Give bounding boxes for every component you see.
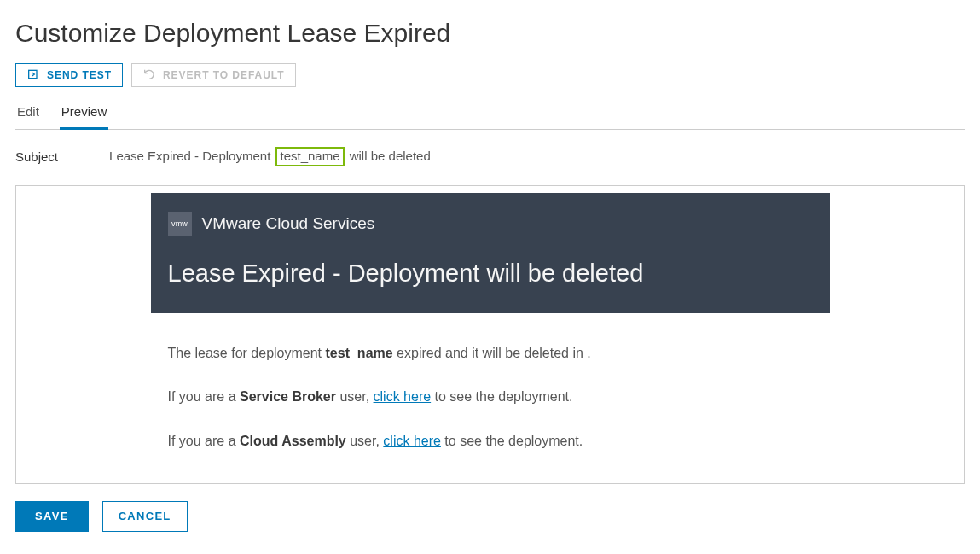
email-line3-pre: If you are a bbox=[168, 434, 241, 448]
email-line1: The lease for deployment test_name expir… bbox=[168, 342, 813, 364]
send-icon bbox=[26, 67, 40, 84]
subject-label: Subject bbox=[15, 149, 58, 164]
cancel-button[interactable]: CANCEL bbox=[102, 501, 188, 532]
email-line1-var: test_name bbox=[326, 346, 393, 360]
toolbar: SEND TEST REVERT TO DEFAULT bbox=[15, 63, 965, 87]
tab-preview[interactable]: Preview bbox=[60, 99, 108, 130]
revert-label: REVERT TO DEFAULT bbox=[163, 69, 285, 81]
service-broker-link[interactable]: click here bbox=[374, 389, 432, 404]
email-line3-post: to see the deployment. bbox=[441, 434, 583, 448]
subject-value: Lease Expired - Deployment test_name wil… bbox=[109, 147, 431, 166]
footer-buttons: SAVE CANCEL bbox=[15, 501, 965, 532]
svg-rect-0 bbox=[29, 70, 37, 78]
brand-name: VMware Cloud Services bbox=[202, 214, 375, 233]
email-line2-role: Service Broker bbox=[240, 389, 336, 404]
email-preview: vmw VMware Cloud Services Lease Expired … bbox=[151, 193, 830, 483]
email-line1-pre: The lease for deployment bbox=[168, 346, 326, 360]
brand-row: vmw VMware Cloud Services bbox=[168, 212, 813, 236]
subject-variable-highlight: test_name bbox=[275, 147, 344, 166]
preview-scroll[interactable]: vmw VMware Cloud Services Lease Expired … bbox=[16, 186, 964, 483]
tab-edit[interactable]: Edit bbox=[15, 99, 41, 130]
email-line2-post: to see the deployment. bbox=[431, 389, 572, 404]
email-header: vmw VMware Cloud Services Lease Expired … bbox=[151, 193, 830, 313]
subject-prefix: Lease Expired - Deployment bbox=[109, 149, 274, 163]
email-line3: If you are a Cloud Assembly user, click … bbox=[168, 430, 813, 452]
tabs: Edit Preview bbox=[15, 99, 965, 130]
send-test-button[interactable]: SEND TEST bbox=[15, 63, 123, 87]
undo-icon bbox=[142, 67, 156, 84]
send-test-label: SEND TEST bbox=[47, 69, 112, 81]
email-body: The lease for deployment test_name expir… bbox=[151, 313, 830, 483]
email-line1-post: expired and it will be deleted in . bbox=[393, 346, 591, 360]
email-line2: If you are a Service Broker user, click … bbox=[168, 386, 813, 408]
vmware-logo-icon: vmw bbox=[168, 212, 192, 236]
save-button[interactable]: SAVE bbox=[15, 501, 89, 532]
revert-button: REVERT TO DEFAULT bbox=[131, 63, 296, 87]
email-line3-role: Cloud Assembly bbox=[240, 434, 346, 448]
email-line2-pre: If you are a bbox=[168, 389, 241, 404]
email-line2-mid: user, bbox=[336, 389, 374, 404]
subject-row: Subject Lease Expired - Deployment test_… bbox=[15, 147, 965, 166]
email-title: Lease Expired - Deployment will be delet… bbox=[168, 260, 813, 288]
preview-container: vmw VMware Cloud Services Lease Expired … bbox=[15, 185, 965, 484]
page-title: Customize Deployment Lease Expired bbox=[15, 19, 965, 48]
email-line3-mid: user, bbox=[346, 434, 384, 448]
subject-suffix: will be deleted bbox=[346, 149, 431, 163]
cloud-assembly-link[interactable]: click here bbox=[383, 434, 441, 448]
